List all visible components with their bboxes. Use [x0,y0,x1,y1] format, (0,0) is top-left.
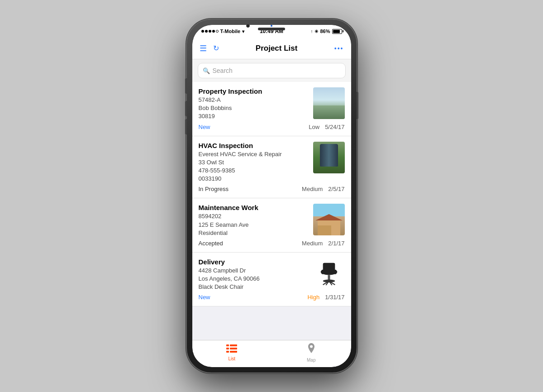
item-id: Everest HVAC Service & Repair [199,150,309,158]
item-detail: 30819 [199,112,309,120]
item-detail: Black Desk Chair [199,283,309,291]
item-status: New [199,294,210,301]
item-date: 2/5/17 [328,186,344,192]
tab-list[interactable]: List [192,344,272,363]
signal-dot-1 [201,30,204,33]
signal-dot-4 [212,30,215,33]
item-meta: High 1/31/17 [307,294,344,301]
item-thumbnail [313,142,345,173]
svg-rect-10 [226,344,229,346]
battery-percent: 86% [320,29,330,34]
item-status: In Progress [199,186,229,192]
svg-point-16 [310,345,313,348]
carrier-label: T-Mobile [220,29,241,34]
thumb-garage [318,225,331,235]
item-date: 5/24/17 [325,124,344,130]
nav-right[interactable]: ••• [334,44,344,53]
item-top: HVAC Inspection Everest HVAC Service & R… [199,142,345,183]
screen-wrap: T-Mobile ▾ 10:49 AM ↑ ✳ 86% ☰ ↻ [192,25,351,367]
list-item[interactable]: Property Inspection 57482-A Bob Bobbins … [192,82,351,136]
item-detail: Residential [199,229,309,237]
svg-rect-1 [323,263,335,271]
tab-map-label: Map [307,358,315,363]
item-title: Delivery [199,258,309,266]
item-thumbnail [313,87,345,119]
svg-rect-12 [226,348,229,349]
thumb-house [318,220,340,235]
item-priority: Medium [302,240,323,247]
item-id: 4428 Campbell Dr [199,267,309,275]
status-left: T-Mobile ▾ [201,29,245,34]
svg-rect-8 [321,270,324,274]
tab-list-label: List [228,356,235,361]
item-date: 1/31/17 [325,294,344,301]
location-icon: ↑ [310,29,313,34]
svg-rect-11 [230,344,237,346]
item-title: Maintenance Work [199,204,309,211]
item-footer: In Progress Medium 2/5/17 [199,186,345,192]
item-thumbnail [313,204,345,235]
item-top: Delivery 4428 Campbell Dr Los Angeles, C… [199,258,345,292]
item-contact: 125 E Seaman Ave [199,221,309,229]
tab-bar: List Map [192,340,351,367]
status-right: ↑ ✳ 86% [310,29,342,34]
signal-dot-2 [205,30,208,33]
battery-fill [333,30,340,33]
search-placeholder: Search [213,67,233,74]
nav-bar: ☰ ↻ Project List ••• [192,38,351,59]
item-meta: Medium 2/1/17 [302,240,344,247]
item-top: Maintenance Work 8594202 125 E Seaman Av… [199,204,345,237]
item-footer: Accepted Medium 2/1/17 [199,240,345,247]
item-priority: Low [309,124,319,130]
menu-icon[interactable]: ☰ [200,43,207,53]
item-info: Maintenance Work 8594202 125 E Seaman Av… [199,204,313,237]
item-info: Delivery 4428 Campbell Dr Los Angeles, C… [199,258,313,292]
phone-screen: T-Mobile ▾ 10:49 AM ↑ ✳ 86% ☰ ↻ [192,25,351,367]
hvac-tank [320,144,338,167]
item-contact: Bob Bobbins [199,104,309,112]
list-item[interactable]: HVAC Inspection Everest HVAC Service & R… [192,136,351,199]
bluetooth-icon: ✳ [314,29,318,34]
search-bar-wrap: 🔍 Search [192,59,351,82]
map-icon [306,343,316,356]
svg-rect-14 [226,351,229,353]
more-icon[interactable]: ••• [334,45,344,52]
signal-dot-3 [209,30,211,33]
thumb-maintenance [313,204,345,235]
item-extra: 0033190 [199,175,309,183]
camera-dot [271,25,272,27]
item-meta: Low 5/24/17 [309,124,344,130]
phone-frame: T-Mobile ▾ 10:49 AM ↑ ✳ 86% ☰ ↻ [187,19,357,373]
speaker [258,28,285,30]
item-footer: New Low 5/24/17 [199,124,345,130]
wifi-icon: ▾ [242,29,244,34]
item-contact: 33 Owl St [199,158,309,167]
search-bar[interactable]: 🔍 Search [198,63,346,78]
item-info: HVAC Inspection Everest HVAC Service & R… [199,142,313,183]
search-icon: 🔍 [203,67,210,74]
item-title: HVAC Inspection [199,142,309,149]
item-priority: High [307,294,319,301]
status-bar: T-Mobile ▾ 10:49 AM ↑ ✳ 86% [192,25,351,38]
item-footer: New High 1/31/17 [199,294,345,301]
item-info: Property Inspection 57482-A Bob Bobbins … [199,87,313,121]
list-item[interactable]: Delivery 4428 Campbell Dr Los Angeles, C… [192,253,351,307]
refresh-icon[interactable]: ↻ [213,44,219,53]
item-phone: 478-555-9385 [199,167,309,175]
list-item[interactable]: Maintenance Work 8594202 125 E Seaman Av… [192,198,351,253]
camera [246,24,250,28]
item-contact: Los Angeles, CA 90066 [199,275,309,283]
chair-svg [318,261,340,286]
tab-map[interactable]: Map [272,343,351,364]
item-id: 8594202 [199,212,309,220]
battery-icon [332,29,342,34]
signal-dot-5 [216,30,219,33]
item-top: Property Inspection 57482-A Bob Bobbins … [199,87,345,121]
nav-left[interactable]: ☰ ↻ [200,43,219,53]
list-icon [226,344,237,355]
item-meta: Medium 2/5/17 [302,186,344,192]
svg-rect-9 [334,270,336,274]
item-id: 57482-A [199,96,309,104]
item-title: Property Inspection [199,87,309,95]
svg-rect-13 [230,348,237,349]
